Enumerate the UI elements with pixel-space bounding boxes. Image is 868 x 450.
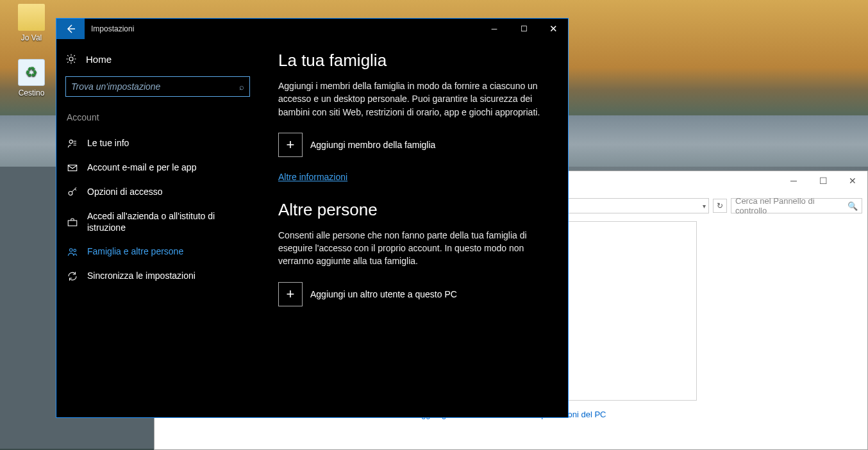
desktop-icon-label: Cestino bbox=[8, 88, 55, 97]
arrow-left-icon bbox=[65, 24, 76, 34]
nav-label: Opzioni di accesso bbox=[87, 187, 163, 198]
nav-your-info[interactable]: Le tue info bbox=[65, 131, 250, 156]
svg-point-0 bbox=[69, 140, 72, 143]
desktop-icon-user-folder[interactable]: Jo Val bbox=[8, 4, 55, 42]
settings-search[interactable]: ⌕ bbox=[65, 76, 250, 97]
control-panel-search[interactable]: Cerca nel Pannello di controllo 🔍 bbox=[731, 198, 862, 213]
add-other-label: Aggiungi un altro utente a questo PC bbox=[310, 289, 457, 299]
nav-work-access[interactable]: Accedi all'azienda o all'istituto di ist… bbox=[65, 204, 250, 240]
search-icon: 🔍 bbox=[847, 201, 858, 211]
close-button[interactable]: ✕ bbox=[838, 171, 867, 190]
nav-signin-options[interactable]: Opzioni di accesso bbox=[65, 180, 250, 204]
person-icon bbox=[67, 138, 78, 149]
titlebar: Impostazioni ─ ☐ ✕ bbox=[56, 19, 568, 39]
nav-label: Account e-mail e per le app bbox=[87, 162, 196, 174]
nav-label: Famiglia e altre persone bbox=[87, 246, 183, 258]
key-icon bbox=[67, 187, 78, 198]
mail-icon bbox=[67, 162, 78, 174]
search-placeholder: Cerca nel Pannello di controllo bbox=[735, 196, 847, 215]
minimize-button[interactable]: ─ bbox=[480, 19, 509, 39]
briefcase-icon bbox=[67, 217, 78, 228]
svg-rect-1 bbox=[68, 165, 77, 171]
svg-point-5 bbox=[74, 249, 76, 252]
window-title: Impostazioni bbox=[85, 19, 480, 39]
home-button[interactable]: Home bbox=[65, 47, 250, 76]
others-description: Consenti alle persone che non fanno part… bbox=[278, 229, 547, 268]
nav-email-accounts[interactable]: Account e-mail e per le app bbox=[65, 156, 250, 180]
section-label: Account bbox=[67, 112, 250, 122]
minimize-button[interactable]: ─ bbox=[779, 171, 808, 190]
plus-icon: + bbox=[278, 133, 303, 157]
add-family-member-button[interactable]: + Aggiungi membro della famiglia bbox=[278, 133, 547, 157]
home-label: Home bbox=[86, 54, 112, 65]
nav-label: Sincronizza le impostazioni bbox=[87, 271, 196, 282]
people-icon bbox=[67, 246, 78, 258]
recycle-bin-icon bbox=[18, 59, 45, 86]
close-button[interactable]: ✕ bbox=[538, 19, 568, 39]
nav-label: Le tue info bbox=[87, 138, 129, 149]
svg-point-4 bbox=[70, 249, 73, 252]
folder-icon bbox=[18, 4, 45, 31]
settings-sidebar: Home ⌕ Account Le tue info Account e-mai… bbox=[56, 39, 259, 417]
nav-sync-settings[interactable]: Sincronizza le impostazioni bbox=[65, 264, 250, 288]
settings-window: Impostazioni ─ ☐ ✕ Home ⌕ Account Le tue bbox=[56, 18, 569, 418]
desktop-icon-label: Jo Val bbox=[8, 33, 55, 42]
family-heading: La tua famiglia bbox=[278, 51, 547, 71]
maximize-button[interactable]: ☐ bbox=[808, 171, 838, 190]
family-description: Aggiungi i membri della famiglia in modo… bbox=[278, 79, 547, 119]
add-other-user-button[interactable]: + Aggiungi un altro utente a questo PC bbox=[278, 282, 547, 306]
svg-rect-3 bbox=[68, 221, 77, 226]
others-heading: Altre persone bbox=[278, 200, 547, 220]
add-family-label: Aggiungi membro della famiglia bbox=[310, 140, 435, 150]
plus-icon: + bbox=[278, 282, 303, 306]
search-input[interactable] bbox=[71, 81, 239, 92]
gear-icon bbox=[65, 53, 77, 65]
search-icon: ⌕ bbox=[239, 82, 244, 92]
nav-label: Accedi all'azienda o all'istituto di ist… bbox=[87, 211, 249, 233]
chevron-down-icon: ▾ bbox=[703, 203, 706, 210]
settings-main: La tua famiglia Aggiungi i membri della … bbox=[259, 39, 568, 417]
svg-point-2 bbox=[69, 192, 72, 196]
sync-icon bbox=[67, 271, 78, 282]
back-button[interactable] bbox=[56, 19, 85, 39]
nav-family-other[interactable]: Famiglia e altre persone bbox=[65, 240, 250, 264]
desktop-icon-recycle-bin[interactable]: Cestino bbox=[8, 59, 55, 97]
refresh-button[interactable]: ↻ bbox=[713, 199, 727, 213]
maximize-button[interactable]: ☐ bbox=[509, 19, 538, 39]
more-info-link[interactable]: Altre informazioni bbox=[278, 172, 347, 182]
